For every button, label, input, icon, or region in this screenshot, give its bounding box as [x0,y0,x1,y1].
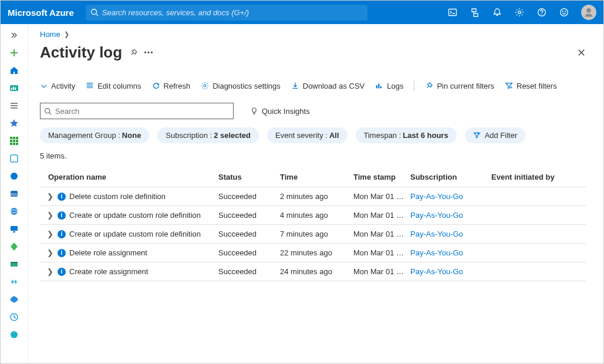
table-row[interactable]: ❯ i Create or update custom role definit… [40,206,586,225]
subscription-link[interactable]: Pay-As-You-Go [410,211,463,220]
svg-point-38 [45,108,50,113]
help-icon[interactable] [532,1,552,24]
add-filter-button[interactable]: Add Filter [465,127,526,143]
sidebar-vnet-icon[interactable] [3,274,25,290]
sidebar-aad-icon[interactable] [3,291,25,308]
toolbar-label: Edit columns [97,82,141,90]
sidebar-cosmos-icon[interactable] [3,203,25,220]
table-row[interactable]: ❯ i Create or update custom role definit… [40,225,586,244]
global-search-input[interactable] [102,8,363,17]
col-time[interactable]: Time [278,173,351,181]
svg-point-26 [11,208,18,215]
sidebar-expand-icon[interactable] [3,27,25,43]
sidebar-all-resources-icon[interactable] [3,133,25,149]
chevron-right-icon[interactable]: ❯ [46,248,54,257]
toolbar-label: Activity [51,82,75,90]
chevron-right-icon[interactable]: ❯ [46,192,54,201]
more-icon[interactable]: ••• [144,48,154,57]
pin-filters-button[interactable]: Pin current filters [425,82,494,90]
filter-management-group[interactable]: Management Group : None [40,127,149,143]
filter-event-severity[interactable]: Event severity : All [267,127,347,143]
settings-icon[interactable] [509,1,529,24]
operation-name: Delete role assignment [69,248,147,257]
status-cell: Succeeded [216,230,278,238]
activity-dropdown[interactable]: Activity [40,82,75,90]
subscription-link[interactable]: Pay-As-You-Go [410,248,463,257]
svg-point-0 [92,9,97,15]
feedback-icon[interactable] [554,1,574,24]
pill-value: Last 6 hours [403,131,448,140]
col-event-initiated[interactable]: Event initiated by [489,173,586,181]
status-cell: Succeeded [216,267,278,276]
svg-rect-2 [449,9,457,16]
pill-value: None [122,131,141,140]
sidebar-monitor-icon[interactable] [3,309,25,325]
quick-insights-button[interactable]: Quick Insights [250,107,310,116]
svg-rect-22 [11,155,18,162]
sidebar-dashboard-icon[interactable] [3,80,25,96]
svg-rect-21 [16,143,18,145]
sidebar-all-services-icon[interactable] [3,97,25,114]
filter-timespan[interactable]: Timespan : Last 6 hours [356,127,457,143]
chevron-right-icon[interactable]: ❯ [46,230,54,238]
add-filter-icon [473,132,481,139]
chevron-right-icon[interactable]: ❯ [46,267,54,276]
col-status[interactable]: Status [216,173,278,181]
col-subscription[interactable]: Subscription [408,173,489,181]
cloud-shell-icon[interactable] [443,1,463,24]
sidebar-storage-icon[interactable] [3,256,25,272]
close-icon[interactable] [577,48,586,57]
table-row[interactable]: ❯ i Delete role assignment Succeeded 22 … [40,244,586,262]
top-bar: Microsoft Azure [1,1,603,24]
separator [414,80,414,91]
svg-point-5 [561,9,568,16]
breadcrumb: Home ❯ [40,30,586,39]
status-cell: Succeeded [216,248,278,257]
time-cell: 7 minutes ago [278,230,351,238]
sidebar-vm-icon[interactable] [3,221,25,237]
col-timestamp[interactable]: Time stamp [351,173,408,181]
logs-button[interactable]: Logs [375,82,403,90]
sidebar-home-icon[interactable] [3,62,25,79]
svg-rect-18 [16,140,18,142]
pin-icon[interactable] [129,48,138,57]
subscription-link[interactable]: Pay-As-You-Go [410,267,463,276]
table-row[interactable]: ❯ i Create role assignment Succeeded 24 … [40,262,586,281]
diagnostics-button[interactable]: Diagnostics settings [201,82,281,90]
directories-icon[interactable] [465,1,485,24]
time-cell: 24 minutes ago [278,267,351,276]
account-avatar[interactable] [581,5,596,20]
svg-rect-17 [13,140,15,142]
time-cell: 4 minutes ago [278,211,351,220]
pill-value: 2 selected [214,131,251,140]
sidebar-app-services-icon[interactable] [3,168,25,184]
table-search[interactable] [40,103,234,119]
col-operation[interactable]: Operation name [40,173,216,181]
breadcrumb-home[interactable]: Home [40,30,60,39]
status-cell: Succeeded [216,192,278,201]
download-csv-button[interactable]: Download as CSV [291,82,365,90]
sidebar-favorites-icon[interactable] [3,115,25,132]
notifications-icon[interactable] [487,1,507,24]
svg-point-3 [518,11,521,14]
sidebar-sql-icon[interactable]: SQL [3,186,25,202]
sidebar-resource-groups-icon[interactable] [3,150,25,167]
pill-label: Event severity : [275,131,328,140]
reset-filters-button[interactable]: Reset filters [505,82,557,90]
subscription-link[interactable]: Pay-As-You-Go [410,192,463,201]
operation-name: Create role assignment [69,267,148,276]
timestamp-cell: Mon Mar 01 … [351,267,408,276]
global-search[interactable] [86,5,367,21]
sidebar-load-balancer-icon[interactable] [3,238,25,255]
table-search-input[interactable] [55,107,230,116]
table-row[interactable]: ❯ i Delete custom role definition Succee… [40,187,586,206]
info-icon: i [58,230,66,238]
sidebar-advisor-icon[interactable] [3,326,25,343]
svg-rect-28 [11,226,18,231]
filter-subscription[interactable]: Subscription : 2 selected [157,127,259,143]
subscription-link[interactable]: Pay-As-You-Go [410,230,463,238]
chevron-right-icon[interactable]: ❯ [46,211,54,220]
sidebar-create-icon[interactable] [3,45,25,61]
edit-columns-button[interactable]: Edit columns [86,82,141,90]
refresh-button[interactable]: Refresh [152,82,191,90]
